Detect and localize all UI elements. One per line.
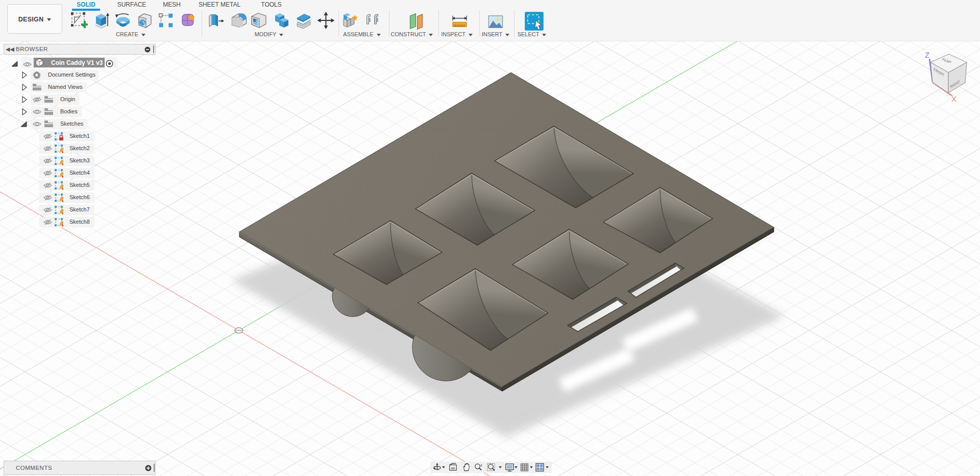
svg-text:±: ± [480, 463, 482, 467]
svg-text:X: X [951, 94, 957, 103]
svg-text:Z: Z [925, 51, 929, 59]
